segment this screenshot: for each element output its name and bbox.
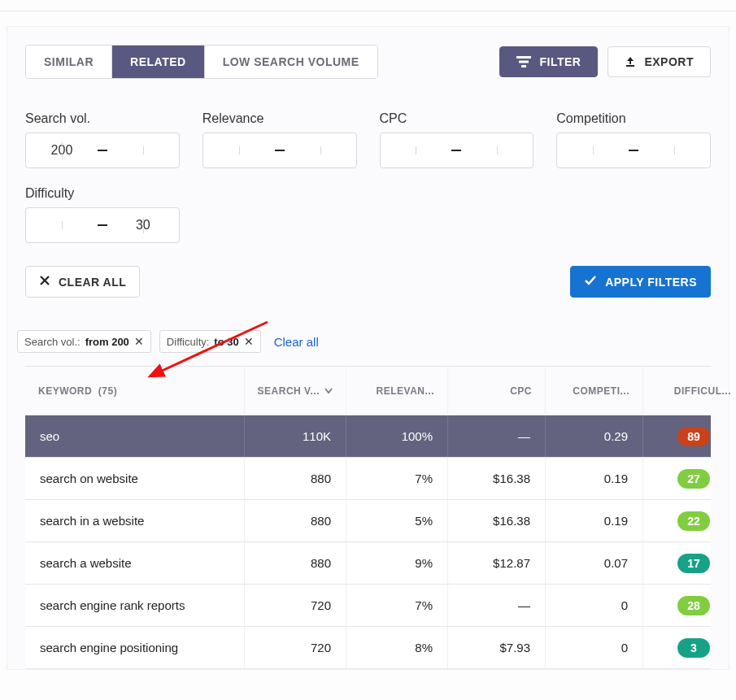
cell-keyword: search engine positioning xyxy=(25,627,245,668)
chip-search-vol[interactable]: Search vol.: from 200 ✕ xyxy=(17,330,151,353)
cell-difficulty: 22 xyxy=(643,500,736,541)
filter-relevance: Relevance xyxy=(203,111,357,168)
chip-value: from 200 xyxy=(85,336,129,348)
close-icon xyxy=(39,275,50,289)
table-row[interactable]: seo110K100%—0.2989 xyxy=(25,415,711,458)
table-row[interactable]: search on website8807%$16.380.1927 xyxy=(25,458,711,500)
cell-keyword: search in a website xyxy=(25,500,245,541)
col-keyword[interactable]: KEYWORD (75) xyxy=(25,367,245,415)
clear-all-button[interactable]: CLEAR ALL xyxy=(25,266,140,298)
table-header: KEYWORD (75) SEARCH V... RELEVAN... CPC … xyxy=(25,367,711,415)
cell-cpc: $7.93 xyxy=(448,627,546,668)
tab-similar[interactable]: SIMILAR xyxy=(26,46,112,78)
svg-rect-0 xyxy=(516,56,531,59)
top-divider xyxy=(0,0,736,11)
cell-difficulty: 27 xyxy=(643,458,736,499)
cell-keyword: seo xyxy=(25,415,245,457)
cell-cpc: $12.87 xyxy=(448,542,546,584)
difficulty-badge: 89 xyxy=(677,427,710,446)
chip-difficulty[interactable]: Difficulty: to 30 ✕ xyxy=(159,330,261,353)
cell-competition: 0.07 xyxy=(546,542,643,584)
dash-icon xyxy=(451,150,461,151)
cell-cpc: $16.38 xyxy=(448,500,546,541)
th-label: KEYWORD xyxy=(38,385,92,397)
range-to[interactable]: 30 xyxy=(107,218,179,233)
chip-value: to 30 xyxy=(214,336,238,348)
close-icon[interactable]: ✕ xyxy=(244,335,254,348)
export-button[interactable]: EXPORT xyxy=(608,46,711,77)
cell-difficulty: 17 xyxy=(643,542,736,584)
dash-icon xyxy=(275,150,285,151)
upload-icon xyxy=(625,56,636,67)
cell-competition: 0.29 xyxy=(546,415,643,457)
col-cpc[interactable]: CPC xyxy=(448,367,546,415)
cell-search-vol: 110K xyxy=(245,415,346,457)
range-difficulty[interactable]: 30 xyxy=(25,207,180,243)
cell-relevance: 9% xyxy=(346,542,448,584)
th-count: (75) xyxy=(92,385,117,397)
difficulty-badge: 17 xyxy=(677,554,710,573)
clear-all-link[interactable]: Clear all xyxy=(274,335,319,349)
cell-search-vol: 880 xyxy=(245,458,346,499)
table-row[interactable]: search a website8809%$12.870.0717 xyxy=(25,542,711,585)
filter-label: Difficulty xyxy=(25,186,180,201)
filter-search-vol: Search vol. 200 xyxy=(25,111,180,168)
range-relevance[interactable] xyxy=(203,133,357,168)
filter-label: Competition xyxy=(556,111,711,126)
cell-difficulty: 89 xyxy=(643,415,736,457)
cell-relevance: 5% xyxy=(346,500,448,541)
th-label: SEARCH V... xyxy=(258,385,320,397)
filter-icon xyxy=(516,56,531,67)
cell-keyword: search engine rank reports xyxy=(25,585,245,626)
apply-filters-button[interactable]: APPLY FILTERS xyxy=(570,266,711,298)
tab-related[interactable]: RELATED xyxy=(112,46,205,78)
filter-label: Relevance xyxy=(203,111,357,126)
cell-search-vol: 720 xyxy=(245,585,346,626)
cell-keyword: search on website xyxy=(25,458,245,499)
filters-grid: Search vol. 200 Relevance CPC xyxy=(25,111,711,168)
range-from[interactable]: 200 xyxy=(26,143,98,158)
table-row[interactable]: search engine positioning7208%$7.9303 xyxy=(25,627,711,669)
col-difficulty[interactable]: DIFFICUL... xyxy=(643,367,736,415)
cell-relevance: 7% xyxy=(346,458,448,499)
chip-label: Difficulty: xyxy=(167,336,210,348)
apply-filters-label: APPLY FILTERS xyxy=(605,276,697,289)
cell-search-vol: 720 xyxy=(245,627,346,668)
col-competition[interactable]: COMPETI... xyxy=(546,367,643,415)
tab-low-search-volume[interactable]: LOW SEARCH VOLUME xyxy=(205,46,377,78)
cell-cpc: $16.38 xyxy=(448,458,546,499)
check-icon xyxy=(584,275,597,289)
col-relevance[interactable]: RELEVAN... xyxy=(346,367,448,415)
keyword-tabs: SIMILAR RELATED LOW SEARCH VOLUME xyxy=(25,45,378,79)
dash-icon xyxy=(98,224,107,226)
cell-difficulty: 3 xyxy=(643,627,736,668)
active-filter-chips: Search vol.: from 200 ✕ Difficulty: to 3… xyxy=(12,324,711,366)
chevron-down-icon xyxy=(324,385,333,397)
close-icon[interactable]: ✕ xyxy=(134,335,144,348)
chip-label: Search vol.: xyxy=(24,336,81,348)
filter-button[interactable]: FILTER xyxy=(499,46,598,77)
cell-search-vol: 880 xyxy=(245,542,346,584)
table-row[interactable]: search engine rank reports7207%—028 xyxy=(25,585,711,627)
col-search-vol[interactable]: SEARCH V... xyxy=(245,367,346,415)
table-row[interactable]: search in a website8805%$16.380.1922 xyxy=(25,500,711,542)
filters-panel: SIMILAR RELATED LOW SEARCH VOLUME FILTER… xyxy=(7,26,729,670)
filter-label: Search vol. xyxy=(25,111,180,126)
dash-icon xyxy=(98,150,107,151)
range-cpc[interactable] xyxy=(380,133,534,168)
filter-competition: Competition xyxy=(556,111,711,168)
filter-difficulty: Difficulty 30 xyxy=(25,186,180,243)
svg-rect-2 xyxy=(521,65,526,67)
keywords-table: KEYWORD (75) SEARCH V... RELEVAN... CPC … xyxy=(25,366,711,669)
difficulty-badge: 27 xyxy=(677,469,710,489)
export-button-label: EXPORT xyxy=(644,55,694,68)
range-search-vol[interactable]: 200 xyxy=(25,133,180,168)
range-competition[interactable] xyxy=(556,133,711,168)
cell-competition: 0 xyxy=(546,585,643,626)
cell-relevance: 8% xyxy=(346,627,448,668)
cell-competition: 0.19 xyxy=(546,500,643,541)
svg-rect-1 xyxy=(519,61,529,63)
cell-competition: 0 xyxy=(546,627,643,668)
cell-relevance: 100% xyxy=(346,415,448,457)
clear-all-label: CLEAR ALL xyxy=(59,276,126,289)
